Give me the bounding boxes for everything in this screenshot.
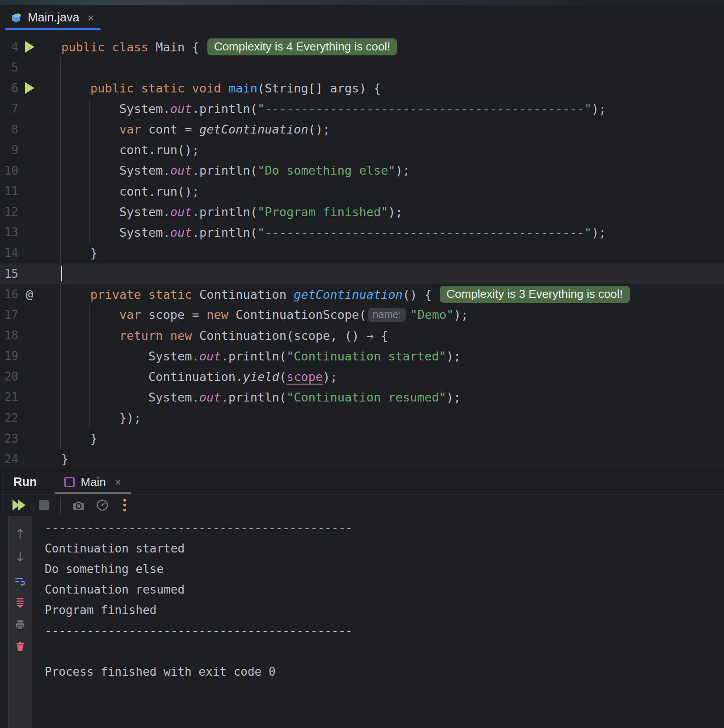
line-number[interactable]: 14: [0, 246, 18, 259]
soft-wrap-button[interactable]: [8, 575, 32, 587]
code-line[interactable]: var scope = new ContinuationScope(name:"…: [41, 308, 468, 322]
code-token: new: [206, 308, 228, 322]
window-top-strip: [0, 0, 724, 5]
line-number[interactable]: 5: [0, 61, 18, 74]
editor-line-21: 21 System.out.println("Continuation resu…: [0, 387, 724, 407]
line-number[interactable]: 6: [0, 81, 18, 95]
code-line[interactable]: System.out.println("Program finished");: [41, 205, 403, 219]
code-token: Continuation(scope, () → {: [192, 329, 388, 343]
code-line[interactable]: System.out.println("--------------------…: [41, 226, 606, 239]
complexity-badge[interactable]: Complexity is 4 Everything is cool!: [207, 38, 397, 55]
line-number[interactable]: 15: [0, 267, 18, 280]
code-line[interactable]: }: [41, 452, 68, 466]
more-options-button[interactable]: [123, 498, 126, 513]
code-token: .println(: [192, 163, 257, 177]
line-number[interactable]: 21: [0, 390, 18, 404]
code-line[interactable]: var cont = getContinuation();: [41, 122, 330, 136]
code-line[interactable]: System.out.println("Do something else");: [41, 163, 410, 177]
code-line[interactable]: }: [41, 246, 97, 260]
console-output[interactable]: ----------------------------------------…: [45, 518, 724, 682]
line-number[interactable]: 4: [0, 40, 18, 54]
run-tab-close-icon[interactable]: ×: [115, 477, 121, 488]
parameter-name-hint: name:: [368, 308, 406, 322]
print-button[interactable]: [8, 619, 32, 631]
snapshot-camera-button[interactable]: [72, 498, 86, 512]
run-line-icon[interactable]: [25, 41, 34, 53]
code-token: () {: [403, 288, 432, 301]
code-token: .println(: [221, 390, 286, 404]
run-line-icon[interactable]: [25, 82, 34, 94]
line-number[interactable]: 22: [0, 411, 18, 425]
editor-lines: 4public class Main {Complexity is 4 Ever…: [0, 37, 724, 469]
code-token: .println(: [221, 349, 286, 363]
line-number[interactable]: 18: [0, 329, 18, 342]
code-line[interactable]: cont.run();: [41, 143, 199, 157]
run-toolbar: [0, 494, 724, 516]
code-line[interactable]: System.out.println("Continuation started…: [41, 349, 461, 363]
code-line[interactable]: });: [41, 411, 141, 425]
code-token: [61, 122, 119, 136]
code-line[interactable]: cont.run();: [41, 184, 199, 198]
scroll-up-button[interactable]: ↑: [8, 527, 32, 541]
line-number[interactable]: 17: [0, 308, 18, 322]
console-line: Process finished with exit code 0: [45, 661, 724, 682]
code-line[interactable]: private static Continuation getContinuat…: [41, 286, 630, 303]
console-line: Continuation resumed: [45, 579, 724, 600]
code-line[interactable]: System.out.println("--------------------…: [41, 102, 606, 116]
editor-line-8: 8 var cont = getContinuation();: [0, 119, 724, 140]
line-number[interactable]: 13: [0, 226, 18, 239]
profiler-gauge-button[interactable]: [96, 498, 109, 512]
rerun-button[interactable]: [13, 500, 25, 510]
code-line[interactable]: }: [41, 431, 97, 445]
code-line[interactable]: public static void main(String[] args) {: [41, 81, 381, 95]
line-number[interactable]: 12: [0, 205, 18, 218]
code-token: );: [454, 308, 468, 322]
code-line[interactable]: Continuation.yield(scope);: [41, 370, 337, 384]
code-token: yield: [243, 370, 279, 384]
line-number[interactable]: 19: [0, 349, 18, 363]
code-token: [61, 288, 90, 301]
line-number[interactable]: 9: [0, 143, 18, 157]
code-token: public class: [61, 40, 156, 54]
clear-all-trash-button[interactable]: [8, 640, 32, 652]
tab-close-icon[interactable]: ×: [88, 12, 94, 24]
stop-button[interactable]: [39, 500, 49, 510]
code-line[interactable]: System.out.println("Continuation resumed…: [41, 390, 461, 404]
line-number[interactable]: 11: [0, 184, 18, 198]
code-token: out: [170, 102, 192, 116]
code-token: .println(: [192, 102, 257, 116]
line-number[interactable]: 7: [0, 102, 18, 115]
scroll-to-end-button[interactable]: [8, 597, 32, 608]
line-number[interactable]: 24: [0, 452, 18, 466]
editor-tab-bar: Main.java ×: [0, 5, 724, 30]
java-class-icon: [10, 12, 22, 24]
code-token: [61, 81, 90, 95]
gutter-icon-slot: [18, 41, 41, 53]
complexity-badge[interactable]: Complexity is 3 Everything is cool!: [440, 286, 629, 303]
line-number[interactable]: 23: [0, 432, 18, 445]
line-number[interactable]: 10: [0, 164, 18, 177]
code-token: ContinuationScope(: [228, 308, 366, 322]
code-line[interactable]: public class Main {Complexity is 4 Every…: [41, 38, 397, 55]
code-editor[interactable]: 4public class Main {Complexity is 4 Ever…: [0, 30, 724, 470]
console-line: ----------------------------------------…: [45, 620, 724, 641]
run-tab-main[interactable]: Main ×: [55, 470, 130, 494]
code-line[interactable]: [41, 266, 62, 281]
line-number[interactable]: 20: [0, 370, 18, 383]
line-number[interactable]: 8: [0, 123, 18, 136]
code-token: }: [61, 431, 97, 445]
code-token: );: [388, 205, 403, 219]
code-line[interactable]: return new Continuation(scope, () → {: [41, 329, 388, 343]
code-token: "Continuation resumed": [286, 390, 446, 404]
editor-line-5: 5: [0, 57, 724, 78]
code-token: cont.run();: [61, 184, 199, 198]
tab-main-java[interactable]: Main.java ×: [4, 5, 102, 30]
line-number[interactable]: 16: [0, 288, 18, 301]
scroll-down-button[interactable]: ↓: [8, 550, 32, 564]
code-token: .println(: [192, 226, 257, 239]
code-token: "---------------------------------------…: [257, 226, 592, 239]
editor-line-18: 18 return new Continuation(scope, () → {: [0, 325, 724, 346]
editor-line-12: 12 System.out.println("Program finished"…: [0, 201, 724, 222]
annotation-gutter-icon[interactable]: @: [26, 287, 33, 301]
code-token: System.: [61, 226, 170, 239]
